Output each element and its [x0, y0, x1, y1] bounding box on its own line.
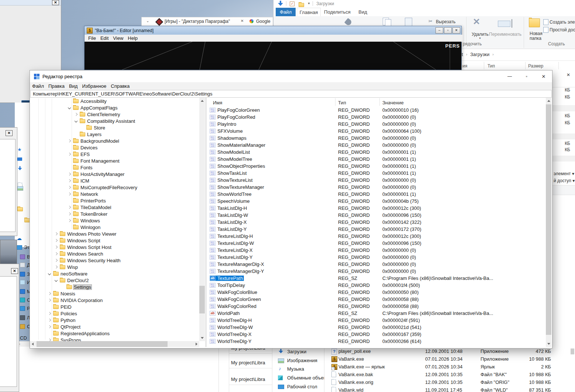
tree-hscrollbar[interactable] [30, 341, 199, 347]
minimize-button[interactable]: – [435, 27, 443, 34]
sidebar-item-cd-drive[interactable]: С [20, 323, 30, 330]
tree-expander-icon[interactable] [67, 193, 72, 195]
values-column-header[interactable]: Тип [338, 100, 346, 105]
scroll-up-icon[interactable] [201, 100, 204, 102]
location-cell[interactable]: My project\Libra [231, 377, 271, 382]
registry-value-row[interactable]: 011110SpeechVolumeREG_DWORD0x0000004b (7… [208, 198, 545, 205]
paste-icon[interactable] [405, 18, 412, 27]
editor-menu-item[interactable]: Edit [98, 35, 111, 41]
tree-item[interactable]: QtProject [30, 323, 209, 330]
registry-value-row[interactable]: 011110ShowTaskListREG_DWORD0x00000001 (1… [208, 170, 545, 177]
registry-value-row[interactable]: 011110ShowModelListREG_DWORD0x00000001 (… [208, 149, 545, 156]
registry-value-row[interactable]: 011110WorldTreeDlg-HREG_DWORD0x0000024f … [208, 317, 545, 324]
maximize-button[interactable]: ▫ [444, 27, 452, 34]
registry-value-row[interactable]: 011110ShowObjectPropertiesREG_DWORD0x000… [208, 163, 545, 170]
ribbon-tab-view[interactable]: Вид [354, 8, 372, 16]
quick-access-star-icon[interactable]: ★ [17, 147, 22, 152]
tree-expander-icon[interactable] [67, 173, 72, 175]
file-row[interactable]: VaBank.wld11.09.2001 17:45Файл "WLD"87 3… [325, 386, 574, 392]
registry-value-row[interactable]: 011110ShowMaterialManagerREG_DWORD0x0000… [208, 142, 545, 149]
sidebar-item-desktop[interactable]: Рабочий стол [272, 383, 324, 391]
delete-dropdown-icon[interactable]: ▼ [479, 37, 481, 39]
value-name-cell[interactable]: 011110TaskListDlg-W [210, 212, 249, 218]
close-button[interactable]: ✕ [535, 71, 552, 82]
file-row[interactable]: $↗VaBank.exe — ярлык07.01.2026 10:34Ярлы… [325, 363, 574, 371]
close-icon[interactable]: ✕ [52, 0, 59, 5]
value-name-cell[interactable]: 011110WorldTreeDlg-H [210, 318, 253, 323]
tree-expander-icon[interactable] [73, 113, 79, 115]
regedit-menu-item[interactable]: Избранное [80, 83, 109, 89]
easy-access-button[interactable]: Простой дост [550, 27, 575, 32]
value-name-cell[interactable]: 011110TaskListDlg-H [210, 205, 248, 211]
sidebar-item-downloads[interactable]: З [20, 271, 30, 277]
tree-expander-icon[interactable] [67, 153, 72, 155]
tree-expander-icon[interactable] [67, 219, 72, 222]
cut-button[interactable]: Вырезать [436, 19, 455, 24]
registry-value-row[interactable]: 011110WorldTreeDlg-WREG_DWORD0x0000021d … [208, 324, 545, 331]
sidebar-item-objects3d[interactable]: Объемные объект [272, 374, 324, 382]
value-name-cell[interactable]: 011110ShowModelList [210, 149, 251, 155]
registry-value-row[interactable]: 011110TaskListDlg-HREG_DWORD0x0000012c (… [208, 205, 545, 212]
address-bar[interactable]: Компьютер\HKEY_CURRENT_USER\SOFTWARE\neo… [30, 90, 552, 98]
new-item-button-clipped[interactable]: элемент ▾ [554, 171, 574, 176]
scissors-icon[interactable]: ✂ [428, 18, 433, 24]
browser-tab-google[interactable]: Google [256, 19, 271, 24]
registry-value-row[interactable]: 011110ShowWorldTreeREG_DWORD0x00000001 (… [208, 191, 545, 198]
value-name-cell[interactable]: 011110SFXVolume [210, 128, 244, 134]
tree-item[interactable]: NVIDIA Corporation [30, 297, 209, 303]
registry-value-row[interactable]: 011110TextureListDlg-WREG_DWORD0x0000009… [208, 240, 545, 247]
tree-expander-icon[interactable] [54, 239, 59, 242]
value-name-cell[interactable]: 011110TextureListDlg-W [210, 240, 255, 246]
value-name-cell[interactable]: 011110TextureManagerDlg-Y [210, 268, 265, 274]
tree-expander-icon[interactable] [67, 206, 72, 208]
registry-value-row[interactable]: 011110TextureManagerDlg-XREG_DWORD0x0000… [208, 261, 545, 268]
registry-value-row[interactable]: 011110ShowTextureListREG_DWORD0x00000000… [208, 177, 545, 184]
downloads-mini-icon[interactable] [18, 166, 22, 171]
tree-item[interactable]: Settings [30, 284, 223, 290]
registry-value-row[interactable]: 011110ToolTipDelayREG_DWORD0x000001f4 (5… [208, 282, 545, 289]
values-column-header[interactable]: Имя [213, 100, 222, 105]
tree-expander-icon[interactable] [54, 279, 59, 281]
tree-expander-icon[interactable] [54, 259, 59, 261]
regedit-menu-item[interactable]: Файл [30, 83, 46, 89]
value-name-cell[interactable]: 011110WorldTreeDlg-W [210, 325, 254, 330]
sidebar-item-documents[interactable]: Д [20, 261, 30, 268]
sidebar-item-desktop[interactable]: Р [20, 305, 30, 312]
registry-value-row[interactable]: 011110TextureListDlg-XREG_DWORD0x0000000… [208, 247, 545, 254]
tree-item[interactable]: RegisteredApplications [30, 330, 209, 337]
registry-value-row[interactable]: 011110WalkFogColorBlueREG_DWORD0x0000005… [208, 289, 545, 296]
column-header-type[interactable]: Тип [488, 63, 495, 69]
close-icon[interactable]: ✕ [6, 130, 13, 136]
registry-value-row[interactable]: 011110WorldTreeDlg-XREG_DWORD0x00000167 … [208, 331, 545, 338]
editor-menu-item[interactable]: File [86, 35, 98, 41]
editor-menu-item[interactable]: Help [125, 35, 140, 41]
values-vscrollbar[interactable] [546, 98, 551, 347]
value-name-cell[interactable]: 011110TextureManagerDlg-X [210, 261, 265, 267]
registry-value-row[interactable]: 011110PlayFogColorRedREG_DWORD0x00000000… [208, 114, 545, 121]
file-row[interactable]: $VaBank.exe07.01.2026 10:34Приложение10 … [325, 355, 574, 363]
tab-close-icon[interactable]: ✕ [241, 19, 244, 23]
value-name-cell[interactable]: 011110WorldTreeDlg-X [210, 332, 252, 337]
value-name-cell[interactable]: 011110WorldTreeDlg-Y [210, 339, 252, 344]
value-name-cell[interactable]: 011110PlayFogColorRed [210, 114, 256, 120]
tree-expander-icon[interactable] [54, 246, 59, 248]
value-name-cell[interactable]: 011110TextureListDlg-X [210, 247, 254, 253]
file-row[interactable]: VaBank.exe.orig12.09.2001 10:35Файл "ORI… [325, 379, 574, 386]
value-name-cell[interactable]: 011110Shadowmaps [210, 135, 248, 141]
minimize-button[interactable]: — [501, 71, 518, 82]
value-name-cell[interactable]: 011110ShowWorldTree [210, 191, 252, 197]
delete-icon[interactable]: ✕ [473, 16, 480, 27]
tree-expander-icon[interactable] [67, 140, 72, 142]
tree-expander-icon[interactable] [54, 266, 59, 268]
h-scrollbar-piece[interactable]: ‹ [18, 341, 30, 347]
maximize-button[interactable]: ▫ [518, 71, 535, 82]
value-name-cell[interactable]: 011110ToolTipDelay [210, 282, 246, 288]
tree-item[interactable]: neoSoftware [30, 270, 209, 277]
registry-value-row[interactable]: 011110PlayFogColorGreenREG_DWORD0x000000… [208, 107, 545, 114]
tree-expander-icon[interactable] [54, 253, 59, 255]
value-name-cell[interactable]: 011110ShowTextureManager [210, 184, 265, 190]
registry-value-row[interactable]: 011110TaskListDlg-WREG_DWORD0x00000096 (… [208, 212, 545, 219]
tree-item[interactable]: Noesis [30, 290, 209, 297]
ribbon-tab-share[interactable]: Поделиться [321, 8, 353, 16]
value-name-cell[interactable]: 011110WalkFogColorBlue [210, 289, 258, 295]
